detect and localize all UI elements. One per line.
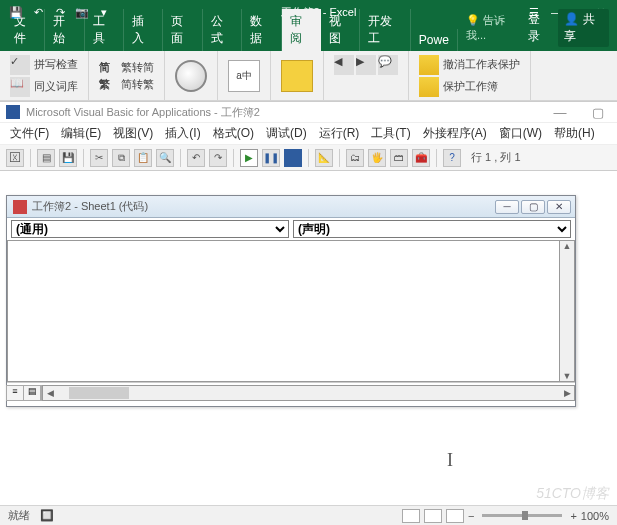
object-dropdown[interactable]: (通用) — [11, 220, 289, 238]
status-ready: 就绪 — [8, 508, 30, 523]
tell-me[interactable]: 💡 告诉我... — [466, 13, 520, 43]
vba-run-icon[interactable]: ▶ — [240, 149, 258, 167]
unprotect-icon — [419, 55, 439, 75]
tab-formulas[interactable]: 公式 — [203, 9, 242, 51]
code-vscrollbar[interactable]: ▲▼ — [559, 240, 575, 382]
prev-comment-icon[interactable]: ◀ — [334, 55, 354, 75]
excel-ribbon: ✓拼写检查 📖同义词库 简 繁转简 繁 简转繁 a中 ◀ ▶ 💬 撤消工作表保护… — [0, 51, 617, 101]
code-editor[interactable] — [7, 240, 559, 382]
zoom-level[interactable]: 100% — [581, 510, 609, 522]
menu-help[interactable]: 帮助(H) — [550, 123, 599, 144]
vba-save-icon[interactable]: 💾 — [59, 149, 77, 167]
vba-paste-icon[interactable]: 📋 — [134, 149, 152, 167]
vba-break-icon[interactable]: ❚❚ — [262, 149, 280, 167]
normal-view-icon[interactable] — [402, 509, 420, 523]
protect-workbook-button[interactable]: 保护工作簿 — [419, 77, 520, 97]
code-close-icon[interactable]: ✕ — [547, 200, 571, 214]
protect-wb-icon — [419, 77, 439, 97]
vba-redo-icon[interactable]: ↷ — [209, 149, 227, 167]
vba-toolbox-icon[interactable]: 🧰 — [412, 149, 430, 167]
share-button[interactable]: 👤 共享 — [558, 9, 609, 47]
vba-help-icon[interactable]: ? — [443, 149, 461, 167]
thesaurus-icon: 📖 — [10, 77, 30, 97]
vba-app-icon — [6, 105, 20, 119]
watermark: 51CTO博客 — [536, 485, 609, 503]
translate-group: a中 — [218, 51, 271, 100]
proofing-group: ✓拼写检查 📖同义词库 — [0, 51, 89, 100]
tab-home[interactable]: 开始 — [45, 9, 84, 51]
menu-view[interactable]: 视图(V) — [109, 123, 157, 144]
status-macro-icon[interactable]: 🔲 — [40, 509, 54, 522]
protect-group: 撤消工作表保护 保护工作簿 — [409, 51, 531, 100]
tab-page[interactable]: 页面 — [163, 9, 202, 51]
code-maximize-icon[interactable]: ▢ — [521, 200, 545, 214]
signin-link[interactable]: 登录 — [528, 11, 550, 45]
next-comment-icon[interactable]: ▶ — [356, 55, 376, 75]
vba-undo-icon[interactable]: ↶ — [187, 149, 205, 167]
page-break-view-icon[interactable] — [446, 509, 464, 523]
menu-debug[interactable]: 调试(D) — [262, 123, 311, 144]
vba-properties-icon[interactable]: 🖐 — [368, 149, 386, 167]
page-layout-view-icon[interactable] — [424, 509, 442, 523]
zoom-out-icon[interactable]: − — [468, 510, 474, 522]
comments-group — [271, 51, 324, 100]
menu-format[interactable]: 格式(O) — [209, 123, 258, 144]
vba-titlebar: Microsoft Visual Basic for Applications … — [0, 101, 617, 123]
code-minimize-icon[interactable]: ─ — [495, 200, 519, 214]
simplify-button[interactable]: 简 繁转简 — [99, 60, 154, 75]
vba-insert-module-icon[interactable]: ▤ — [37, 149, 55, 167]
smart-lookup-icon[interactable] — [175, 60, 207, 92]
vba-copy-icon[interactable]: ⧉ — [112, 149, 130, 167]
vba-toolbar: 🅇 ▤ 💾 ✂ ⧉ 📋 🔍 ↶ ↷ ▶ ❚❚ 📐 🗂 🖐 🗃 🧰 ? 行 1 ,… — [0, 145, 617, 171]
tab-insert[interactable]: 插入 — [124, 9, 163, 51]
vba-reset-icon[interactable] — [284, 149, 302, 167]
tab-developer[interactable]: 开发工 — [360, 9, 411, 51]
spellcheck-button[interactable]: ✓拼写检查 — [10, 55, 78, 75]
vba-find-icon[interactable]: 🔍 — [156, 149, 174, 167]
vba-menubar: 文件(F) 编辑(E) 视图(V) 插入(I) 格式(O) 调试(D) 运行(R… — [0, 123, 617, 145]
procedure-view-icon[interactable]: ≡ — [6, 385, 24, 401]
tab-power[interactable]: Powe — [411, 29, 458, 51]
vba-view-excel-icon[interactable]: 🅇 — [6, 149, 24, 167]
vba-minimize-icon[interactable]: — — [541, 105, 579, 120]
procedure-dropdown[interactable]: (声明) — [293, 220, 571, 238]
chinese-conversion-group: 简 繁转简 繁 简转繁 — [89, 51, 165, 100]
code-window-title: 工作簿2 - Sheet1 (代码) — [32, 199, 148, 214]
spellcheck-icon: ✓ — [10, 55, 30, 75]
vba-project-explorer-icon[interactable]: 🗂 — [346, 149, 364, 167]
menu-tools[interactable]: 工具(T) — [367, 123, 414, 144]
menu-insert[interactable]: 插入(I) — [161, 123, 204, 144]
menu-run[interactable]: 运行(R) — [315, 123, 364, 144]
code-window-icon — [13, 200, 27, 214]
menu-window[interactable]: 窗口(W) — [495, 123, 546, 144]
vba-restore-icon[interactable]: ▢ — [579, 105, 617, 120]
unprotect-sheet-button[interactable]: 撤消工作表保护 — [419, 55, 520, 75]
menu-addins[interactable]: 外接程序(A) — [419, 123, 491, 144]
vba-object-browser-icon[interactable]: 🗃 — [390, 149, 408, 167]
translate-icon[interactable]: a中 — [228, 60, 260, 92]
vba-cursor-position: 行 1 , 列 1 — [471, 150, 521, 165]
menu-file[interactable]: 文件(F) — [6, 123, 53, 144]
show-comments-icon[interactable]: 💬 — [378, 55, 398, 75]
tab-view[interactable]: 视图 — [321, 9, 360, 51]
code-window-titlebar[interactable]: 工作簿2 - Sheet1 (代码) ─ ▢ ✕ — [7, 196, 575, 218]
tab-tools[interactable]: 工具 — [85, 9, 124, 51]
thesaurus-button[interactable]: 📖同义词库 — [10, 77, 78, 97]
tab-review[interactable]: 审阅 — [282, 9, 321, 51]
lookup-group — [165, 51, 218, 100]
tab-file[interactable]: 文件 — [6, 9, 45, 51]
comments-nav-group: ◀ ▶ 💬 — [324, 51, 409, 100]
zoom-slider[interactable] — [482, 514, 562, 517]
traditionalize-button[interactable]: 繁 简转繁 — [99, 77, 154, 92]
tab-data[interactable]: 数据 — [242, 9, 281, 51]
zoom-in-icon[interactable]: + — [570, 510, 576, 522]
new-comment-icon[interactable] — [281, 60, 313, 92]
vba-cut-icon[interactable]: ✂ — [90, 149, 108, 167]
full-module-view-icon[interactable]: ▤ — [23, 385, 41, 401]
code-hscrollbar[interactable]: ◀▶ — [42, 385, 575, 401]
excel-statusbar: 就绪 🔲 − + 100% — [0, 505, 617, 525]
menu-edit[interactable]: 编辑(E) — [57, 123, 105, 144]
excel-ribbon-tabs: 文件 开始 工具 插入 页面 公式 数据 审阅 视图 开发工 Powe 💡 告诉… — [0, 25, 617, 51]
vba-design-mode-icon[interactable]: 📐 — [315, 149, 333, 167]
vba-code-window: 工作簿2 - Sheet1 (代码) ─ ▢ ✕ (通用) (声明) ▲▼ ≡ … — [6, 195, 576, 407]
